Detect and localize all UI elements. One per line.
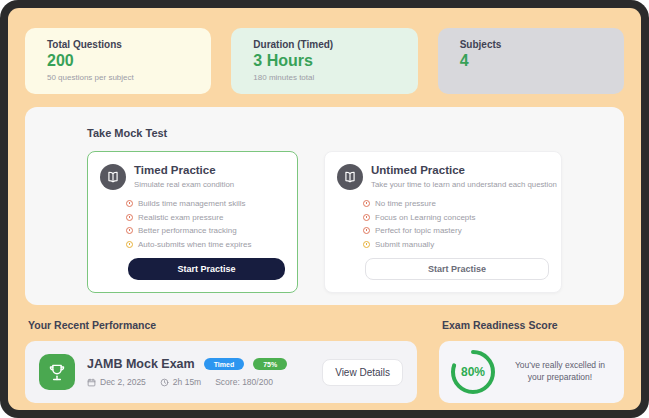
feature-item: Submit manually [363,240,549,249]
clock-icon [126,241,133,248]
stats-row: Total Questions 200 50 questions per sub… [25,28,624,94]
feature-item: Perfect for topic mastery [363,226,549,235]
panel-title: Take Mock Test [87,127,562,139]
card-header: Untimed Practice Take your time to learn… [337,164,549,190]
feature-item: No time pressure [363,199,549,208]
clock-icon [126,214,133,221]
feature-text: Focus on Learning concepts [375,213,476,222]
feature-text: Submit manually [375,240,434,249]
app-screen: Total Questions 200 50 questions per sub… [8,8,641,410]
exam-result-card: JAMB Mock Exam Timed 75% Dec 2, 2025 [25,341,417,403]
recent-performance-section: Your Recent Performance JAMB Mock Exam [25,317,417,403]
feature-text: Perfect for topic mastery [375,226,462,235]
exam-readiness-section: Exam Readiness Score 80% You've really e… [439,317,624,403]
exam-score: Score: 180/200 [215,377,273,387]
card-header: Timed Practice Simulate real exam condit… [100,164,285,190]
card-heading: Timed Practice Simulate real exam condit… [134,164,234,189]
start-timed-practice-button[interactable]: Start Practise [128,258,285,280]
stat-value: 4 [460,52,602,70]
book-icon [337,164,363,190]
book-icon [100,164,126,190]
exam-date-text: Dec 2, 2025 [100,377,146,387]
device-frame: Total Questions 200 50 questions per sub… [0,0,649,418]
feature-item: Focus on Learning concepts [363,213,549,222]
practice-subtitle: Simulate real exam condition [134,180,234,189]
stat-card-duration: Duration (Timed) 3 Hours 180 minutes tot… [231,28,417,94]
feature-text: Realistic exam pressure [138,213,223,222]
exam-duration-text: 2h 15m [173,377,201,387]
feature-item: Builds time management skills [126,199,285,208]
start-untimed-practice-button[interactable]: Start Practise [365,258,549,280]
stat-note: 50 questions per subject [47,73,189,82]
stat-label: Total Questions [47,39,189,50]
bottom-row: Your Recent Performance JAMB Mock Exam [25,317,624,403]
clock-icon [160,378,169,387]
feature-text: Auto-submits when time expires [138,240,251,249]
untimed-practice-card: Untimed Practice Take your time to learn… [324,151,562,293]
exam-meta-row: Dec 2, 2025 2h 15m Score: 180/200 [87,377,287,387]
exam-readiness-title: Exam Readiness Score [442,319,624,331]
exam-score-text: Score: 180/200 [215,377,273,387]
exam-date: Dec 2, 2025 [87,377,146,387]
stat-label: Subjects [460,39,602,50]
feature-item: Auto-submits when time expires [126,240,285,249]
stat-note: 180 minutes total [253,73,395,82]
clock-icon [126,200,133,207]
feature-list: No time pressure Focus on Learning conce… [363,199,549,249]
feature-item: Better performance tracking [126,226,285,235]
readiness-percent: 80% [449,348,497,396]
exam-info: JAMB Mock Exam Timed 75% Dec 2, 2025 [87,357,287,387]
recent-performance-title: Your Recent Performance [28,319,417,331]
timed-practice-card: Timed Practice Simulate real exam condit… [87,151,298,293]
view-details-button[interactable]: View Details [322,359,403,386]
trophy-icon [39,354,75,390]
clock-icon [126,227,133,234]
readiness-message: You've really excelled in your preparati… [506,360,614,384]
practice-row: Timed Practice Simulate real exam condit… [87,151,562,293]
clock-icon [363,241,370,248]
score-badge: 75% [253,358,287,370]
stat-card-total-questions: Total Questions 200 50 questions per sub… [25,28,211,94]
practice-title: Timed Practice [134,164,234,178]
stat-value: 3 Hours [253,52,395,70]
feature-list: Builds time management skills Realistic … [126,199,285,249]
mode-badge: Timed [204,358,245,370]
exam-name: JAMB Mock Exam [87,357,195,371]
card-heading: Untimed Practice Take your time to learn… [371,164,557,189]
stat-label: Duration (Timed) [253,39,395,50]
calendar-icon [87,378,96,387]
readiness-progress-ring: 80% [449,348,497,396]
practice-title: Untimed Practice [371,164,557,178]
stat-value: 200 [47,52,189,70]
clock-icon [363,214,370,221]
feature-text: No time pressure [375,199,436,208]
stat-card-subjects: Subjects 4 [438,28,624,94]
take-mock-test-panel: Take Mock Test Timed Practice Si [25,107,624,305]
feature-text: Builds time management skills [138,199,246,208]
clock-icon [363,227,370,234]
exam-duration: 2h 15m [160,377,201,387]
readiness-card: 80% You've really excelled in your prepa… [439,341,624,403]
clock-icon [363,200,370,207]
practice-subtitle: Take your time to learn and understand e… [371,180,557,189]
feature-text: Better performance tracking [138,226,237,235]
feature-item: Realistic exam pressure [126,213,285,222]
exam-title-row: JAMB Mock Exam Timed 75% [87,357,287,371]
